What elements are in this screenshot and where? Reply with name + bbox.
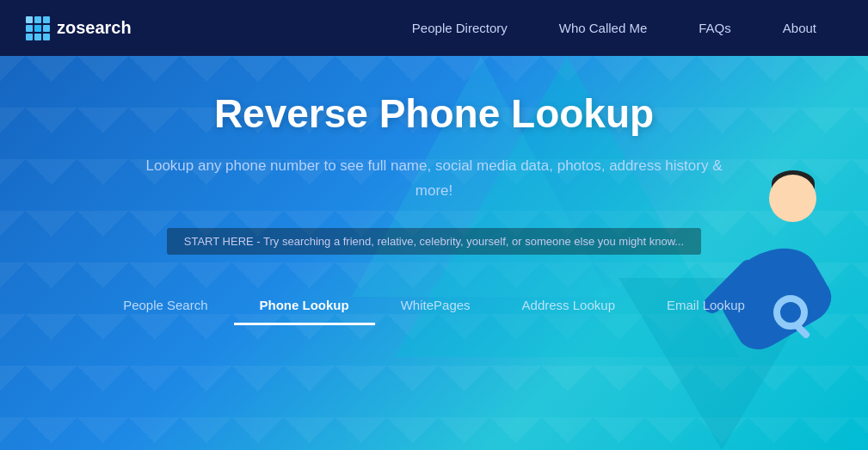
tab-address-lookup[interactable]: Address Lookup (496, 289, 641, 325)
tabs-row: People Search Phone Lookup WhitePages Ad… (26, 289, 842, 325)
nav-about[interactable]: About (757, 0, 842, 56)
logo[interactable]: zosearch (26, 16, 132, 40)
hero-content: Reverse Phone Lookup Lookup any phone nu… (133, 90, 736, 280)
tab-whitepages[interactable]: WhitePages (375, 289, 496, 325)
tab-phone-lookup[interactable]: Phone Lookup (234, 289, 375, 325)
nav-people-directory[interactable]: People Directory (386, 0, 533, 56)
tab-email-lookup[interactable]: Email Lookup (641, 289, 771, 325)
hero-title: Reverse Phone Lookup (133, 90, 736, 137)
hero-banner: START HERE - Try searching a friend, rel… (167, 228, 701, 255)
logo-grid-icon (26, 16, 50, 40)
tab-people-search[interactable]: People Search (97, 289, 233, 325)
navbar: zosearch People Directory Who Called Me … (0, 0, 868, 56)
nav-faqs[interactable]: FAQs (673, 0, 757, 56)
nav-who-called-me[interactable]: Who Called Me (533, 0, 674, 56)
hero-subtitle: Lookup any phone number to see full name… (133, 154, 736, 204)
tabs-section: People Search Phone Lookup WhitePages Ad… (26, 289, 842, 325)
hero-section: Reverse Phone Lookup Lookup any phone nu… (0, 56, 868, 450)
brand-name: zosearch (57, 18, 132, 38)
nav-links: People Directory Who Called Me FAQs Abou… (386, 0, 842, 56)
figure-head (769, 175, 816, 222)
